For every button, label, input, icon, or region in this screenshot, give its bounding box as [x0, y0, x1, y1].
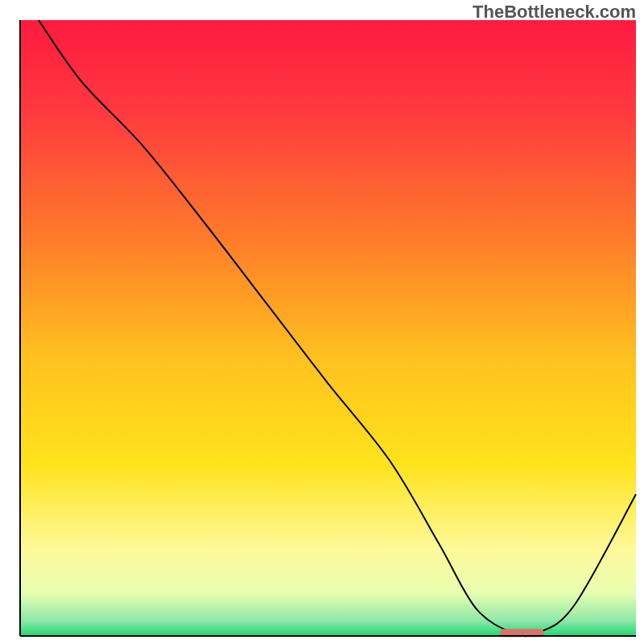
- plot-background: [20, 20, 636, 636]
- watermark-text: TheBottleneck.com: [473, 2, 636, 23]
- chart-svg: [0, 0, 644, 644]
- bottleneck-chart: TheBottleneck.com: [0, 0, 644, 644]
